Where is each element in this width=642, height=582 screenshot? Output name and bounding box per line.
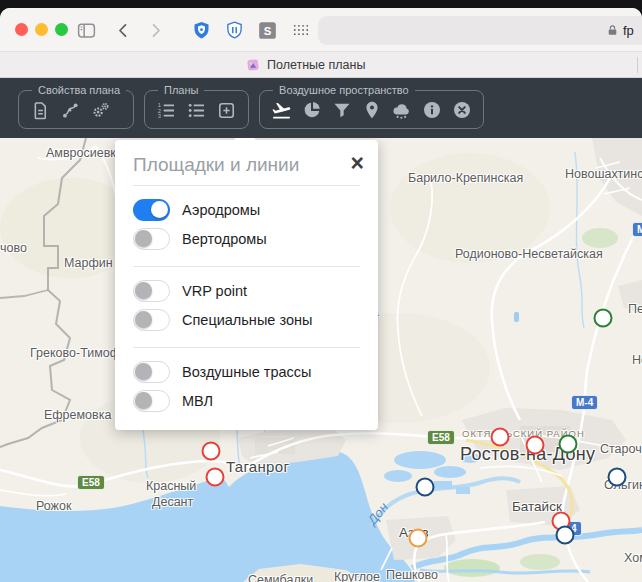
- extension-pause-shield-icon[interactable]: [221, 17, 247, 43]
- extension-shield-icon[interactable]: [188, 17, 214, 43]
- road-badge: E58: [427, 430, 455, 445]
- document-icon[interactable]: [26, 97, 55, 123]
- layer-toggle-label: Специальные зоны: [182, 312, 312, 328]
- airfield-marker-blue[interactable]: [416, 478, 435, 497]
- map-label: Батайск: [512, 499, 562, 514]
- lock-icon: [606, 24, 619, 37]
- panel-body: АэродромыВертодромыVRP pointСпециальные …: [115, 186, 378, 428]
- toggle-row: Аэродромы: [133, 198, 360, 222]
- info-icon[interactable]: [417, 97, 446, 123]
- airfield-marker-blue[interactable]: [608, 468, 627, 487]
- panel-header: Площадки и линии ×: [115, 140, 378, 185]
- map-label: Новошахтинск: [565, 167, 642, 181]
- close-window-button[interactable]: [15, 23, 28, 36]
- map-label: чово: [0, 241, 27, 255]
- forward-icon[interactable]: [142, 17, 168, 43]
- pie-chart-icon[interactable]: [297, 97, 326, 123]
- toolbar-group: Воздушное пространство: [259, 84, 484, 129]
- road-badge: М-4: [571, 395, 598, 410]
- svg-text:3: 3: [158, 113, 162, 119]
- toggle-row: Воздушные трассы: [133, 360, 360, 384]
- toolbar-group-label: Планы: [158, 84, 204, 96]
- tab-divider: [637, 57, 638, 73]
- airfield-marker-green[interactable]: [594, 309, 613, 328]
- layer-toggle-label: VRP point: [182, 283, 247, 299]
- gears-icon[interactable]: [86, 97, 115, 123]
- browser-chrome: S fp: [0, 8, 642, 52]
- tab-bar: Полетные планы: [0, 52, 642, 78]
- airfield-marker-red[interactable]: [202, 442, 221, 461]
- toolbar-group-label: Свойства плана: [32, 84, 126, 96]
- map-label: Десант: [152, 495, 193, 509]
- layers-panel: Площадки и линии × АэродромыВертодромыVR…: [115, 140, 378, 430]
- filter-icon[interactable]: [327, 97, 356, 123]
- map-label: Но: [632, 353, 642, 367]
- minimize-window-button[interactable]: [35, 23, 48, 36]
- zoom-window-button[interactable]: [55, 23, 68, 36]
- svg-text:S: S: [263, 24, 271, 36]
- map-label: Старочеркасская: [600, 442, 642, 456]
- tab-poletnye-plany[interactable]: Полетные планы: [246, 52, 365, 78]
- layer-toggle-switch[interactable]: [133, 361, 170, 383]
- tab-favicon: [245, 57, 260, 72]
- toggle-row: Вертодромы: [133, 227, 360, 251]
- url-bar[interactable]: fp: [318, 16, 642, 45]
- airfield-marker-red[interactable]: [491, 428, 510, 447]
- weather-cloud-icon[interactable]: [387, 97, 416, 123]
- map-label: Ефремовка: [44, 408, 111, 422]
- layer-toggle-switch[interactable]: [133, 390, 170, 412]
- road-badge: М-4: [632, 222, 642, 237]
- extension-s-icon[interactable]: S: [254, 17, 280, 43]
- map-label: Амвросиевк: [46, 146, 116, 160]
- panel-title: Площадки и линии: [133, 154, 299, 176]
- map-label: Круглое: [334, 570, 380, 582]
- map-label: Таганрог: [226, 458, 289, 475]
- airfield-marker-red[interactable]: [206, 468, 225, 487]
- map-label: Родионово-Несветайская: [455, 247, 603, 261]
- layer-toggle-switch[interactable]: [133, 309, 170, 331]
- extensions-grid-icon[interactable]: [288, 17, 314, 43]
- window-surface: S fp Полетные планы Свойств: [0, 8, 642, 582]
- map-label: Красный: [146, 479, 196, 493]
- map-label: Марфин: [64, 256, 113, 270]
- close-circle-icon[interactable]: [447, 97, 476, 123]
- url-text: fp: [623, 23, 634, 38]
- toggle-row: МВЛ: [133, 389, 360, 413]
- layer-toggle-label: Вертодромы: [182, 231, 267, 247]
- layer-toggle-label: Воздушные трассы: [182, 364, 311, 380]
- map-pin-icon[interactable]: [357, 97, 386, 123]
- back-icon[interactable]: [110, 17, 136, 43]
- airfield-marker-orange[interactable]: [409, 529, 428, 548]
- close-icon[interactable]: ×: [351, 154, 364, 172]
- road-badge: E58: [77, 475, 105, 490]
- layer-toggle-switch[interactable]: [133, 228, 170, 250]
- airfield-marker-red[interactable]: [526, 436, 545, 455]
- map-label: Барило-Крепинская: [408, 171, 523, 185]
- layer-toggle-switch[interactable]: [133, 280, 170, 302]
- layer-toggle-label: МВЛ: [182, 393, 213, 409]
- toggle-row: Специальные зоны: [133, 308, 360, 332]
- airfield-marker-blue[interactable]: [556, 526, 575, 545]
- layer-toggle-label: Аэродромы: [182, 202, 260, 218]
- toolbar-group: Планы123: [144, 84, 249, 129]
- numbered-list-icon[interactable]: 123: [152, 97, 181, 123]
- toolbar-group-label: Воздушное пространство: [273, 84, 415, 96]
- layer-toggle-switch[interactable]: [133, 199, 170, 221]
- route-icon[interactable]: [56, 97, 85, 123]
- map-label: Пешково: [386, 568, 438, 582]
- map-label: Пе: [628, 302, 642, 316]
- toolbar-group: Свойства плана: [18, 84, 134, 129]
- toggle-row: VRP point: [133, 279, 360, 303]
- map-label: Хомутовская: [624, 551, 642, 565]
- map-label: Семибалки: [248, 573, 313, 582]
- map-label: Рожок: [36, 499, 71, 513]
- map-label: Греково-Тимоф: [30, 346, 120, 360]
- airplane-takeoff-icon[interactable]: [267, 97, 296, 123]
- map-canvas[interactable]: АмвросиевкчовоМарфинГреково-ТимофЕфремов…: [0, 138, 642, 582]
- airfield-marker-green[interactable]: [559, 435, 578, 454]
- browser-window: S fp Полетные планы Свойств: [0, 0, 642, 582]
- add-plan-icon[interactable]: [212, 97, 241, 123]
- bullet-list-icon[interactable]: [182, 97, 211, 123]
- sidebar-toggle-icon[interactable]: [73, 17, 99, 43]
- tab-title: Полетные планы: [267, 58, 365, 72]
